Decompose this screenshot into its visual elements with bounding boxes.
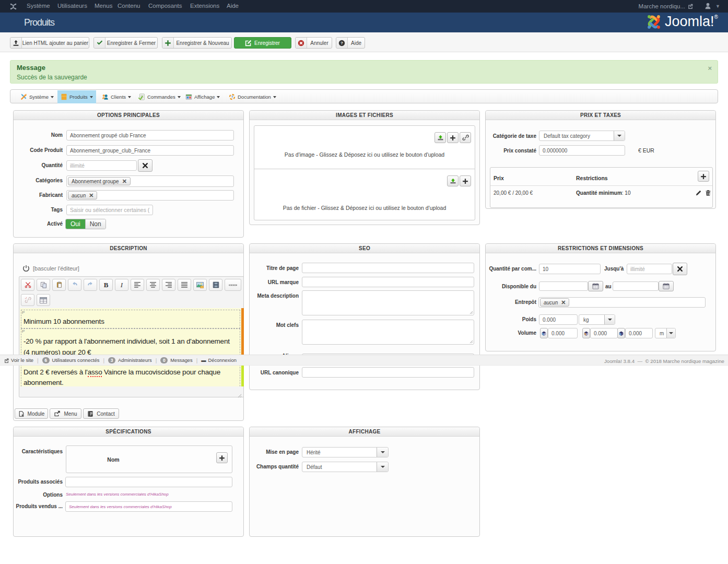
svg-text:?: ? <box>340 41 343 45</box>
svg-text:?: ? <box>231 95 233 99</box>
